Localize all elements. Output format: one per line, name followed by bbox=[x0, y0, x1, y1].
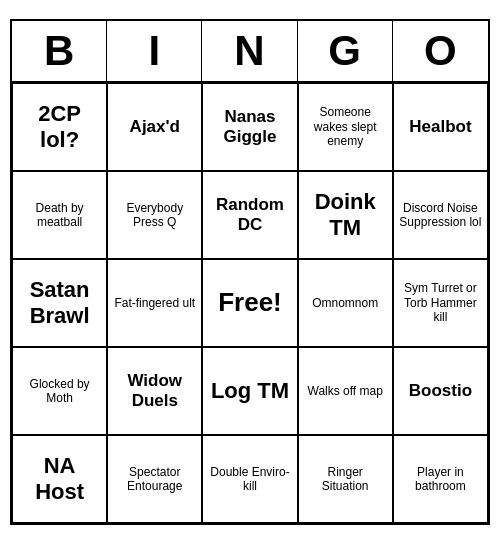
bingo-cell-2: Nanas Giggle bbox=[202, 83, 297, 171]
bingo-cell-16: Widow Duels bbox=[107, 347, 202, 435]
bingo-cell-4: Healbot bbox=[393, 83, 488, 171]
bingo-cell-21: Spectator Entourage bbox=[107, 435, 202, 523]
bingo-cell-24: Player in bathroom bbox=[393, 435, 488, 523]
bingo-header: BINGO bbox=[12, 21, 488, 83]
bingo-cell-9: Discord Noise Suppression lol bbox=[393, 171, 488, 259]
bingo-cell-8: Doink TM bbox=[298, 171, 393, 259]
bingo-card: BINGO 2CP lol?Ajax'dNanas GiggleSomeone … bbox=[10, 19, 490, 525]
bingo-cell-13: Omnomnom bbox=[298, 259, 393, 347]
bingo-letter-b: B bbox=[12, 21, 107, 81]
bingo-cell-11: Fat-fingered ult bbox=[107, 259, 202, 347]
bingo-cell-0: 2CP lol? bbox=[12, 83, 107, 171]
bingo-grid: 2CP lol?Ajax'dNanas GiggleSomeone wakes … bbox=[12, 83, 488, 523]
bingo-cell-17: Log TM bbox=[202, 347, 297, 435]
bingo-cell-3: Someone wakes slept enemy bbox=[298, 83, 393, 171]
bingo-cell-5: Death by meatball bbox=[12, 171, 107, 259]
bingo-letter-i: I bbox=[107, 21, 202, 81]
bingo-cell-19: Boostio bbox=[393, 347, 488, 435]
bingo-cell-7: Random DC bbox=[202, 171, 297, 259]
bingo-cell-6: Everybody Press Q bbox=[107, 171, 202, 259]
bingo-cell-23: Ringer Situation bbox=[298, 435, 393, 523]
bingo-cell-14: Sym Turret or Torb Hammer kill bbox=[393, 259, 488, 347]
bingo-letter-n: N bbox=[202, 21, 297, 81]
bingo-cell-12: Free! bbox=[202, 259, 297, 347]
bingo-cell-15: Glocked by Moth bbox=[12, 347, 107, 435]
bingo-cell-18: Walks off map bbox=[298, 347, 393, 435]
bingo-letter-o: O bbox=[393, 21, 488, 81]
bingo-cell-10: Satan Brawl bbox=[12, 259, 107, 347]
bingo-cell-22: Double Enviro-kill bbox=[202, 435, 297, 523]
bingo-cell-20: NA Host bbox=[12, 435, 107, 523]
bingo-letter-g: G bbox=[298, 21, 393, 81]
bingo-cell-1: Ajax'd bbox=[107, 83, 202, 171]
